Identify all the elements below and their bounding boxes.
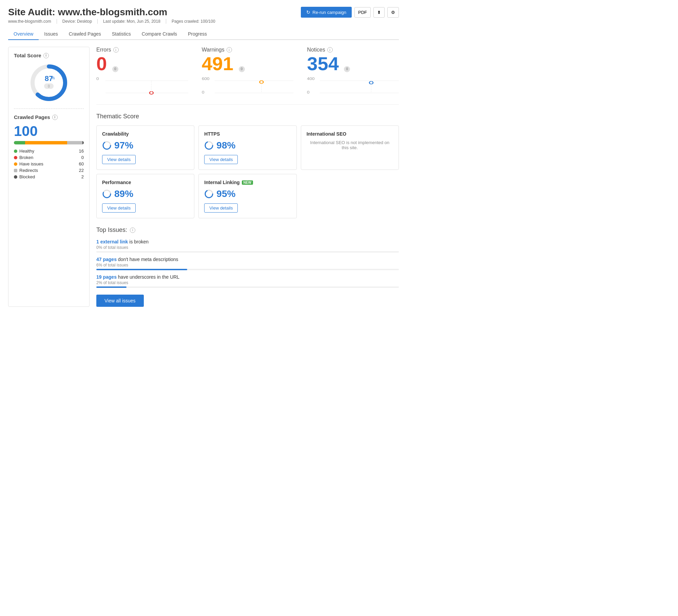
rerun-label: Re-run campaign [312, 10, 346, 15]
issue-meta-desc: 47 pages don't have meta descriptions 6%… [96, 257, 399, 270]
errors-sparkline: 0 [96, 76, 188, 96]
refresh-icon: ↻ [306, 9, 310, 15]
meta-device: Device: Desktop [62, 19, 98, 24]
issue-underscores-pct: 2% of total issues [96, 280, 399, 285]
issue-underscores-bar [96, 286, 399, 288]
card-crawlability-title: Crawlability [102, 131, 189, 137]
thematic-title: Thematic Score [96, 113, 399, 120]
internal-linking-view-details-button[interactable]: View details [204, 203, 238, 213]
legend-redirects: Redirects 22 [14, 168, 84, 173]
issue-meta-desc-pct: 6% of total issues [96, 263, 399, 267]
issue-meta-desc-count[interactable]: 47 pages [96, 257, 117, 262]
redirects-dot [14, 169, 17, 172]
notices-badge: 0 [344, 66, 350, 72]
warnings-block: Warnings i 491 0 600 0 [202, 47, 294, 96]
tab-bar: Overview Issues Crawled Pages Statistics… [8, 28, 399, 40]
https-view-details-button[interactable]: View details [204, 155, 238, 164]
pages-progress-bar [14, 141, 84, 144]
right-content: Errors i 0 0 0 [96, 47, 399, 307]
notices-sparkline: 400 0 [307, 76, 399, 96]
pdf-button[interactable]: PDF [354, 7, 371, 18]
issues-bar [25, 141, 67, 144]
crawlability-ring-icon [102, 141, 112, 150]
main-layout: Total Score i 87 % 0 Crawled Pages i [8, 47, 399, 307]
warnings-chart: 600 0 [202, 76, 294, 96]
internal-linking-ring-icon [204, 189, 214, 199]
tab-crawled-pages[interactable]: Crawled Pages [63, 28, 106, 40]
thematic-section: Thematic Score Crawlability 97% View det… [96, 113, 399, 218]
notices-info-icon[interactable]: i [327, 47, 333, 53]
warnings-value: 491 0 [202, 54, 294, 73]
card-https-title: HTTPS [204, 131, 291, 137]
total-score-info-icon[interactable]: i [43, 53, 49, 58]
panel-divider [14, 108, 84, 109]
card-international-seo-title: International SEO [307, 131, 393, 137]
issue-broken-link: 1 external link is broken 0% of total is… [96, 239, 399, 253]
top-issues-info-icon[interactable]: i [130, 227, 135, 233]
pages-legend: Healthy 16 Broken 0 Have issues 60 Redir… [14, 148, 84, 179]
performance-view-details-button[interactable]: View details [102, 203, 136, 213]
card-performance-score: 89% [102, 188, 189, 199]
performance-ring-icon [102, 189, 112, 199]
donut-chart-container: 87 % 0 [14, 62, 84, 103]
rerun-button[interactable]: ↻ Re-run campaign [301, 7, 352, 18]
issue-meta-desc-bar [96, 269, 399, 270]
issues-dot [14, 162, 17, 166]
errors-block: Errors i 0 0 0 [96, 47, 188, 96]
notices-block: Notices i 354 0 400 0 [307, 47, 399, 96]
export-button[interactable]: ⬆ [373, 7, 385, 18]
healthy-dot [14, 150, 17, 153]
issue-underscores-count[interactable]: 19 pages [96, 274, 117, 280]
warnings-info-icon[interactable]: i [227, 47, 232, 53]
redirects-bar [67, 141, 82, 144]
tab-statistics[interactable]: Statistics [106, 28, 136, 40]
tab-progress[interactable]: Progress [182, 28, 212, 40]
total-score-title: Total Score i [14, 53, 84, 58]
tab-issues[interactable]: Issues [39, 28, 63, 40]
settings-button[interactable]: ⚙ [387, 7, 399, 18]
card-https: HTTPS 98% View details [198, 125, 296, 170]
card-internal-linking-score: 95% [204, 188, 291, 199]
crawled-pages-title: Crawled Pages i [14, 114, 84, 120]
notices-value: 354 0 [307, 54, 399, 73]
page-header: Site Audit: www.the-blogsmith.com www.th… [8, 7, 399, 24]
top-issues-section: Top Issues: i 1 external link is broken … [96, 226, 399, 307]
issue-broken-link-count[interactable]: 1 external link [96, 239, 128, 244]
top-issues-title: Top Issues: i [96, 226, 399, 234]
card-performance: Performance 89% View details [96, 174, 194, 218]
legend-blocked: Blocked 2 [14, 174, 84, 179]
errors-info-icon[interactable]: i [113, 47, 119, 53]
card-international-seo: International SEO International SEO is n… [301, 125, 399, 170]
crawled-count: 100 [14, 124, 84, 138]
card-internal-linking: Internal Linking NEW 95% View details [198, 174, 296, 218]
tab-compare-crawls[interactable]: Compare Crawls [136, 28, 182, 40]
crawled-info-icon[interactable]: i [52, 115, 58, 120]
healthy-bar [14, 141, 25, 144]
thematic-grid: Crawlability 97% View details HTTPS [96, 125, 399, 218]
svg-text:600: 600 [202, 77, 210, 81]
svg-text:0: 0 [96, 77, 99, 81]
legend-broken: Broken 0 [14, 155, 84, 160]
issue-meta-desc-fill [96, 269, 187, 270]
view-all-issues-button[interactable]: View all issues [96, 295, 144, 307]
left-panel: Total Score i 87 % 0 Crawled Pages i [8, 47, 90, 307]
warnings-sparkline: 600 0 [202, 76, 294, 96]
errors-title: Errors i [96, 47, 188, 53]
crawlability-view-details-button[interactable]: View details [102, 155, 136, 164]
notices-chart: 400 0 [307, 76, 399, 96]
legend-healthy: Healthy 16 [14, 148, 84, 154]
svg-text:0: 0 [202, 91, 205, 95]
issue-underscores-fill [96, 286, 127, 288]
warnings-title: Warnings i [202, 47, 294, 53]
https-ring-icon [204, 141, 214, 150]
svg-text:0: 0 [48, 84, 50, 88]
svg-text:%: % [51, 76, 55, 80]
card-crawlability: Crawlability 97% View details [96, 125, 194, 170]
tab-overview[interactable]: Overview [8, 28, 39, 40]
international-seo-note: International SEO is not implemented on … [307, 140, 393, 150]
new-badge: NEW [242, 180, 253, 185]
meta-pages: Pages crawled: 100/100 [172, 19, 221, 24]
meta-site: www.the-blogsmith.com [8, 19, 57, 24]
title-prefix: Site Audit: [8, 7, 58, 17]
issue-meta-desc-text: 47 pages don't have meta descriptions [96, 257, 399, 262]
